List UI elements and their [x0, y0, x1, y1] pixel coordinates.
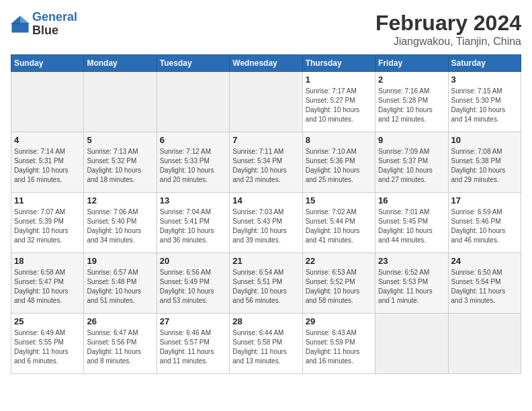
- day-cell: 27Sunrise: 6:46 AM Sunset: 5:57 PM Dayli…: [157, 314, 229, 374]
- week-row-4: 18Sunrise: 6:58 AM Sunset: 5:47 PM Dayli…: [11, 253, 521, 314]
- day-info: Sunrise: 6:47 AM Sunset: 5:56 PM Dayligh…: [87, 328, 153, 366]
- day-info: Sunrise: 7:17 AM Sunset: 5:27 PM Dayligh…: [306, 87, 372, 124]
- subtitle: Jiangwakou, Tianjin, China: [375, 36, 521, 48]
- day-cell: 16Sunrise: 7:01 AM Sunset: 5:45 PM Dayli…: [375, 193, 448, 253]
- day-info: Sunrise: 7:01 AM Sunset: 5:45 PM Dayligh…: [378, 208, 445, 245]
- day-cell: 25Sunrise: 6:49 AM Sunset: 5:55 PM Dayli…: [11, 314, 84, 374]
- week-row-2: 4Sunrise: 7:14 AM Sunset: 5:31 PM Daylig…: [11, 132, 521, 193]
- day-number: 8: [306, 135, 372, 145]
- svg-marker-1: [20, 15, 29, 23]
- main-title: February 2024: [375, 11, 521, 36]
- logo-line1: General: [32, 10, 77, 24]
- day-cell: 11Sunrise: 7:07 AM Sunset: 5:39 PM Dayli…: [11, 193, 84, 253]
- day-info: Sunrise: 6:52 AM Sunset: 5:53 PM Dayligh…: [378, 268, 445, 306]
- day-number: 1: [306, 75, 372, 85]
- day-cell: 9Sunrise: 7:09 AM Sunset: 5:37 PM Daylig…: [375, 132, 448, 193]
- day-info: Sunrise: 7:06 AM Sunset: 5:40 PM Dayligh…: [87, 208, 153, 245]
- day-number: 10: [451, 135, 518, 145]
- day-cell: 1Sunrise: 7:17 AM Sunset: 5:27 PM Daylig…: [302, 72, 375, 132]
- svg-rect-2: [11, 23, 28, 24]
- day-info: Sunrise: 7:16 AM Sunset: 5:28 PM Dayligh…: [378, 87, 445, 124]
- day-info: Sunrise: 7:09 AM Sunset: 5:37 PM Dayligh…: [378, 147, 445, 185]
- day-cell: 2Sunrise: 7:16 AM Sunset: 5:28 PM Daylig…: [375, 72, 448, 132]
- header-row: SundayMondayTuesdayWednesdayThursdayFrid…: [11, 55, 521, 72]
- header-day-tuesday: Tuesday: [157, 55, 229, 72]
- header-day-wednesday: Wednesday: [230, 55, 302, 72]
- day-info: Sunrise: 7:12 AM Sunset: 5:33 PM Dayligh…: [160, 147, 226, 185]
- day-number: 4: [14, 135, 81, 145]
- day-number: 3: [451, 75, 518, 85]
- header-day-monday: Monday: [84, 55, 157, 72]
- day-number: 5: [87, 135, 153, 145]
- day-number: 28: [232, 316, 299, 326]
- day-cell: 6Sunrise: 7:12 AM Sunset: 5:33 PM Daylig…: [157, 132, 229, 193]
- day-info: Sunrise: 7:13 AM Sunset: 5:32 PM Dayligh…: [87, 147, 153, 185]
- header-day-thursday: Thursday: [302, 55, 375, 72]
- day-number: 24: [451, 256, 518, 266]
- day-number: 25: [14, 316, 81, 326]
- day-cell: 17Sunrise: 6:59 AM Sunset: 5:46 PM Dayli…: [448, 193, 521, 253]
- day-info: Sunrise: 6:59 AM Sunset: 5:46 PM Dayligh…: [451, 208, 518, 245]
- day-cell: 15Sunrise: 7:02 AM Sunset: 5:44 PM Dayli…: [302, 193, 375, 253]
- day-cell: 3Sunrise: 7:15 AM Sunset: 5:30 PM Daylig…: [448, 72, 521, 132]
- day-cell: 29Sunrise: 6:43 AM Sunset: 5:59 PM Dayli…: [302, 314, 375, 374]
- day-cell: 12Sunrise: 7:06 AM Sunset: 5:40 PM Dayli…: [84, 193, 157, 253]
- day-number: 29: [306, 316, 372, 326]
- logo-icon: [11, 15, 30, 34]
- day-number: 12: [87, 195, 153, 205]
- day-info: Sunrise: 6:49 AM Sunset: 5:55 PM Dayligh…: [14, 328, 81, 366]
- day-cell: 19Sunrise: 6:57 AM Sunset: 5:48 PM Dayli…: [84, 253, 157, 314]
- calendar-table: SundayMondayTuesdayWednesdayThursdayFrid…: [11, 54, 521, 374]
- header: General Blue February 2024 Jiangwakou, T…: [11, 11, 521, 48]
- day-info: Sunrise: 7:07 AM Sunset: 5:39 PM Dayligh…: [14, 208, 81, 245]
- day-cell: 7Sunrise: 7:11 AM Sunset: 5:34 PM Daylig…: [230, 132, 302, 193]
- day-number: 19: [87, 256, 153, 266]
- day-info: Sunrise: 7:08 AM Sunset: 5:38 PM Dayligh…: [451, 147, 518, 185]
- header-day-sunday: Sunday: [11, 55, 84, 72]
- day-info: Sunrise: 6:43 AM Sunset: 5:59 PM Dayligh…: [306, 328, 372, 366]
- day-number: 26: [87, 316, 153, 326]
- day-number: 17: [451, 195, 518, 205]
- day-number: 27: [160, 316, 226, 326]
- week-row-5: 25Sunrise: 6:49 AM Sunset: 5:55 PM Dayli…: [11, 314, 521, 374]
- day-info: Sunrise: 7:03 AM Sunset: 5:43 PM Dayligh…: [232, 208, 299, 245]
- day-number: 7: [232, 135, 299, 145]
- day-cell: [11, 72, 84, 132]
- day-number: 9: [378, 135, 445, 145]
- day-cell: 20Sunrise: 6:56 AM Sunset: 5:49 PM Dayli…: [157, 253, 229, 314]
- logo-line2: Blue: [32, 24, 77, 38]
- week-row-1: 1Sunrise: 7:17 AM Sunset: 5:27 PM Daylig…: [11, 72, 521, 132]
- logo-text: General Blue: [32, 11, 77, 38]
- day-cell: 13Sunrise: 7:04 AM Sunset: 5:41 PM Dayli…: [157, 193, 229, 253]
- day-number: 15: [306, 195, 372, 205]
- day-cell: [448, 314, 521, 374]
- day-info: Sunrise: 6:57 AM Sunset: 5:48 PM Dayligh…: [87, 268, 153, 306]
- day-number: 22: [306, 256, 372, 266]
- day-cell: [375, 314, 448, 374]
- day-cell: 18Sunrise: 6:58 AM Sunset: 5:47 PM Dayli…: [11, 253, 84, 314]
- day-number: 20: [160, 256, 226, 266]
- week-row-3: 11Sunrise: 7:07 AM Sunset: 5:39 PM Dayli…: [11, 193, 521, 253]
- day-number: 11: [14, 195, 81, 205]
- day-cell: 23Sunrise: 6:52 AM Sunset: 5:53 PM Dayli…: [375, 253, 448, 314]
- header-day-friday: Friday: [375, 55, 448, 72]
- day-info: Sunrise: 6:46 AM Sunset: 5:57 PM Dayligh…: [160, 328, 226, 366]
- day-cell: 26Sunrise: 6:47 AM Sunset: 5:56 PM Dayli…: [84, 314, 157, 374]
- day-info: Sunrise: 6:50 AM Sunset: 5:54 PM Dayligh…: [451, 268, 518, 306]
- day-cell: [230, 72, 302, 132]
- day-info: Sunrise: 6:44 AM Sunset: 5:58 PM Dayligh…: [232, 328, 299, 366]
- day-cell: 22Sunrise: 6:53 AM Sunset: 5:52 PM Dayli…: [302, 253, 375, 314]
- logo: General Blue: [11, 11, 77, 38]
- day-info: Sunrise: 7:02 AM Sunset: 5:44 PM Dayligh…: [306, 208, 372, 245]
- header-day-saturday: Saturday: [448, 55, 521, 72]
- day-info: Sunrise: 7:10 AM Sunset: 5:36 PM Dayligh…: [306, 147, 372, 185]
- day-info: Sunrise: 6:53 AM Sunset: 5:52 PM Dayligh…: [306, 268, 372, 306]
- day-number: 2: [378, 75, 445, 85]
- day-cell: [157, 72, 229, 132]
- day-info: Sunrise: 6:56 AM Sunset: 5:49 PM Dayligh…: [160, 268, 226, 306]
- day-number: 13: [160, 195, 226, 205]
- day-info: Sunrise: 7:15 AM Sunset: 5:30 PM Dayligh…: [451, 87, 518, 124]
- day-cell: 24Sunrise: 6:50 AM Sunset: 5:54 PM Dayli…: [448, 253, 521, 314]
- day-cell: 21Sunrise: 6:54 AM Sunset: 5:51 PM Dayli…: [230, 253, 302, 314]
- day-info: Sunrise: 7:11 AM Sunset: 5:34 PM Dayligh…: [232, 147, 299, 185]
